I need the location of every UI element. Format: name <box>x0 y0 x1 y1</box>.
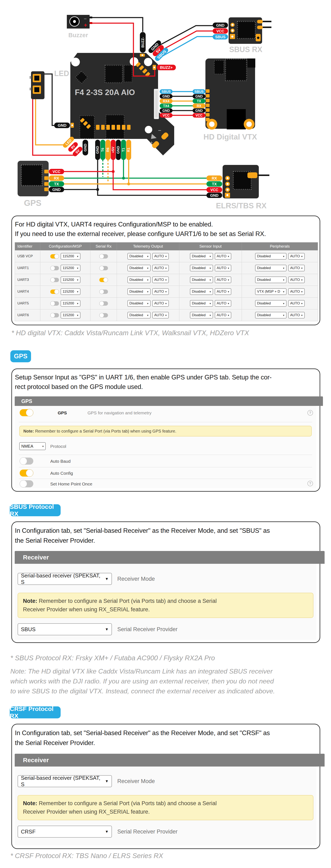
telemetry-select[interactable]: Disabled▾ <box>128 300 150 307</box>
help-icon[interactable]: ? <box>307 410 313 415</box>
peripherals-select[interactable]: VTX (MSP + D▾ <box>255 288 286 295</box>
peripherals-select[interactable]: Disabled▾ <box>255 312 286 318</box>
receiver-mode-select[interactable]: Serial-based receiver (SPEKSAT, S▼ <box>18 775 112 787</box>
telemetry-baud-select[interactable]: AUTO▾ <box>152 300 169 307</box>
telemetry-select[interactable]: Disabled▾ <box>128 277 150 283</box>
sensor-select[interactable]: Disabled▾ <box>190 312 213 318</box>
svg-text:TX: TX <box>212 182 217 186</box>
dropdown-arrow-icon: ▼ <box>105 627 109 631</box>
gps-note-text: Remember to configure a Serial Port (via… <box>35 429 176 433</box>
msp-toggle[interactable] <box>50 301 59 306</box>
telemetry-baud-value: AUTO <box>154 301 164 306</box>
sensor-select[interactable]: Disabled▾ <box>190 277 213 283</box>
peripherals-baud-select[interactable]: AUTO▾ <box>288 253 305 259</box>
svg-text:RX4: RX4 <box>163 99 169 103</box>
peripherals-baud-select[interactable]: AUTO▾ <box>288 288 305 295</box>
serial-provider-select[interactable]: SBUS▼ <box>18 623 112 635</box>
baud-select[interactable]: 115200▾ <box>61 265 81 271</box>
chevron-down-icon: ▾ <box>283 302 284 305</box>
baud-select[interactable]: 115200▾ <box>61 277 81 283</box>
receiver-mode-select[interactable]: Serial-based receiver (SPEKSAT, S▼ <box>18 573 112 585</box>
msp-toggle[interactable] <box>50 266 59 270</box>
telemetry-select[interactable]: Disabled▾ <box>128 265 150 271</box>
svg-text:VCC: VCC <box>211 188 218 192</box>
peripherals-baud-select[interactable]: AUTO▾ <box>288 277 305 283</box>
msp-toggle[interactable] <box>50 289 59 294</box>
serial-rx-toggle[interactable] <box>99 301 108 306</box>
svg-text:TX: TX <box>54 182 59 186</box>
telemetry-cell: Disabled▾AUTO▾ <box>117 309 179 321</box>
set-home-toggle[interactable] <box>20 480 33 487</box>
chevron-down-icon: ▾ <box>228 314 229 317</box>
dropdown-arrow-icon: ▼ <box>105 779 109 783</box>
peripherals-select[interactable]: Disabled▾ <box>255 265 286 271</box>
telemetry-baud-select[interactable]: AUTO▾ <box>152 253 169 259</box>
telemetry-select[interactable]: Disabled▾ <box>128 312 150 318</box>
sensor-cell: Disabled▾AUTO▾ <box>179 274 242 286</box>
telemetry-baud-select[interactable]: AUTO▾ <box>152 312 169 318</box>
sensor-baud-value: AUTO <box>217 254 226 258</box>
serial-rx-toggle[interactable] <box>99 266 108 270</box>
receiver-mode-value: Serial-based receiver (SPEKSAT, S <box>21 775 105 787</box>
baud-select[interactable]: 115200▾ <box>61 288 81 295</box>
auto-baud-toggle[interactable] <box>20 458 33 465</box>
fc-board-title: F4 2-3S 20A AIO <box>75 88 135 97</box>
peripherals-select[interactable]: Disabled▾ <box>255 277 286 283</box>
peripherals-baud-select[interactable]: AUTO▾ <box>288 300 305 307</box>
chevron-down-icon: ▾ <box>210 278 211 281</box>
peripherals-baud-value: AUTO <box>290 313 300 317</box>
peripherals-select[interactable]: Disabled▾ <box>255 253 286 259</box>
sensor-cell: Disabled▾AUTO▾ <box>179 262 242 274</box>
sensor-select[interactable]: Disabled▾ <box>190 253 213 259</box>
baud-select[interactable]: 115200▾ <box>61 312 81 318</box>
serial-provider-label: Serial Receiver Provider <box>117 626 177 632</box>
gps-enable-toggle[interactable] <box>20 409 33 416</box>
telemetry-select[interactable]: Disabled▾ <box>128 253 150 259</box>
serial-provider-select[interactable]: CRSF▼ <box>18 826 112 838</box>
sensor-baud-select[interactable]: AUTO▾ <box>215 265 231 271</box>
chevron-down-icon: ▾ <box>228 278 229 281</box>
help-icon[interactable]: ? <box>307 481 313 486</box>
receiver-mode-value: Serial-based receiver (SPEKSAT, S <box>21 572 105 585</box>
peripherals-baud-value: AUTO <box>290 254 300 258</box>
svg-text:GND: GND <box>216 23 224 28</box>
serial-provider-value: CRSF <box>21 829 35 835</box>
telemetry-baud-value: AUTO <box>154 289 164 294</box>
serial-rx-toggle[interactable] <box>99 289 108 294</box>
baud-select[interactable]: 115200▾ <box>61 300 81 307</box>
peripherals-cell: Disabled▾AUTO▾ <box>242 298 318 309</box>
peripherals-baud-value: AUTO <box>290 278 300 282</box>
baud-value: 115200 <box>63 289 74 294</box>
peripherals-baud-select[interactable]: AUTO▾ <box>288 312 305 318</box>
svg-text:RX: RX <box>212 176 217 180</box>
telemetry-select[interactable]: Disabled▾ <box>128 288 150 295</box>
msp-toggle[interactable] <box>50 278 59 282</box>
sbus-vtx-note-line2: which works with the DJI radio. If you a… <box>10 676 275 686</box>
msp-toggle[interactable] <box>50 313 59 317</box>
sensor-select[interactable]: Disabled▾ <box>190 300 213 307</box>
peripherals-select[interactable]: Disabled▾ <box>255 300 286 307</box>
serial-rx-toggle[interactable] <box>99 278 108 282</box>
gps-protocol-select[interactable]: NMEA▾ <box>19 442 46 450</box>
msp-toggle[interactable] <box>50 254 59 258</box>
auto-config-toggle[interactable] <box>20 469 33 476</box>
peripherals-cell: VTX (MSP + D▾AUTO▾ <box>242 286 318 298</box>
peripherals-baud-select[interactable]: AUTO▾ <box>288 265 305 271</box>
sensor-baud-select[interactable]: AUTO▾ <box>215 312 231 318</box>
svg-text:TX: TX <box>197 99 201 103</box>
sensor-baud-select[interactable]: AUTO▾ <box>215 300 231 307</box>
sensor-baud-select[interactable]: AUTO▾ <box>215 253 231 259</box>
sensor-select[interactable]: Disabled▾ <box>190 265 213 271</box>
sensor-baud-select[interactable]: AUTO▾ <box>215 288 231 295</box>
svg-text:GND: GND <box>195 109 203 113</box>
telemetry-baud-select[interactable]: AUTO▾ <box>152 277 169 283</box>
sensor-baud-select[interactable]: AUTO▾ <box>215 277 231 283</box>
telemetry-baud-select[interactable]: AUTO▾ <box>152 288 169 295</box>
telemetry-baud-select[interactable]: AUTO▾ <box>152 265 169 271</box>
serial-rx-toggle[interactable] <box>99 254 108 258</box>
gps-note: Note: Remember to configure a Serial Por… <box>19 426 312 436</box>
baud-select[interactable]: 115200▾ <box>61 253 81 259</box>
serial-rx-toggle[interactable] <box>99 313 108 317</box>
chevron-down-icon: ▾ <box>301 255 303 258</box>
sensor-select[interactable]: Disabled▾ <box>190 288 213 295</box>
